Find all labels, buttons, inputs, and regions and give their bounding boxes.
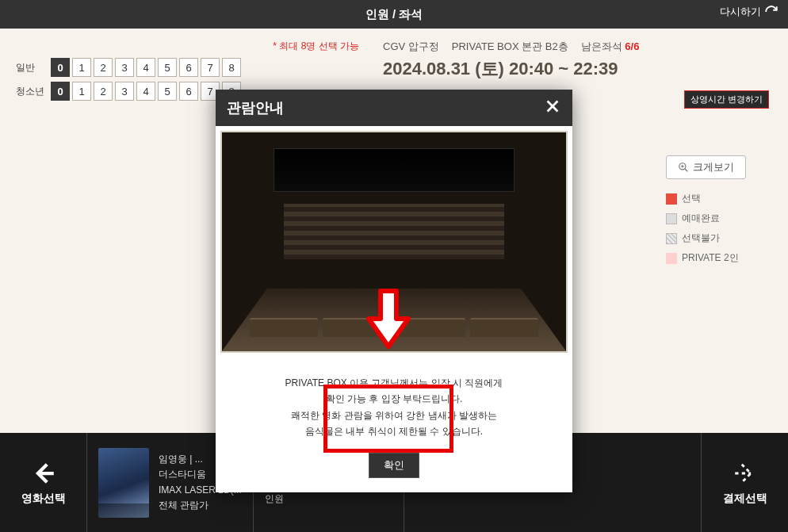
modal-header: 관람안내 <box>216 90 572 126</box>
close-icon <box>544 98 561 115</box>
modal-confirm-button[interactable]: 확인 <box>369 453 419 478</box>
modal-overlay: 관람안내 PRIVATE BOX 이용 고객님께서는 입장 시 직원에게 확인 … <box>0 0 788 532</box>
modal-close-button[interactable] <box>544 98 561 118</box>
modal-body: PRIVATE BOX 이용 고객님께서는 입장 시 직원에게 확인 가능 후 … <box>216 358 572 492</box>
modal-title: 관람안내 <box>227 98 284 117</box>
modal-text-line: 쾌적한 영화 관람을 위하여 강한 냄새가 발생하는 <box>238 408 550 423</box>
modal-text-line: PRIVATE BOX 이용 고객님께서는 입장 시 직원에게 <box>238 375 550 391</box>
modal-text-line: 음식물은 내부 취식이 제한될 수 있습니다. <box>238 423 550 439</box>
modal-text-line: 확인 가능 후 입장 부탁드립니다. <box>238 391 550 407</box>
annotation-arrow-icon <box>365 287 412 350</box>
